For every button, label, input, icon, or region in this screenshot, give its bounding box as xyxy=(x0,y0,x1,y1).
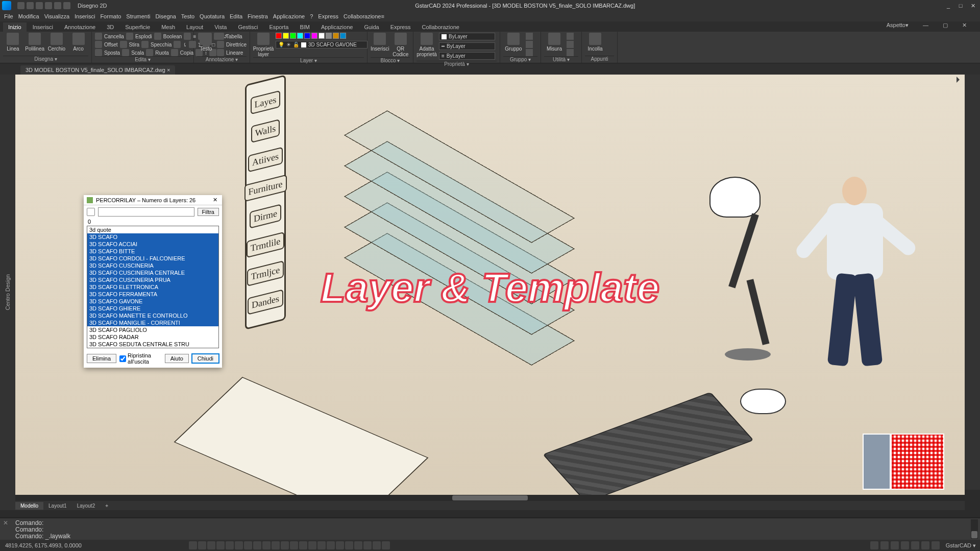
layer-state-icon[interactable] xyxy=(276,33,282,39)
filter-button[interactable]: Filtra xyxy=(198,208,219,216)
qat-undo-icon[interactable] xyxy=(54,2,61,9)
edita-scala[interactable]: Scala xyxy=(122,49,144,56)
group-sub3-icon[interactable] xyxy=(526,49,533,56)
layer-state-icon[interactable] xyxy=(297,33,303,39)
restore-on-exit-checkbox[interactable]: Ripristina all'uscita xyxy=(119,352,159,365)
menu-inserisci[interactable]: Inserisci xyxy=(75,13,95,19)
menu-strumenti[interactable]: Strumenti xyxy=(126,13,150,19)
menu-applicazione[interactable]: Applicazione xyxy=(273,13,305,19)
layer-list-item[interactable]: 3D SCAFO CUSCINERIA xyxy=(87,262,218,269)
status-right-icon[interactable] xyxy=(870,541,878,549)
layer-list-item[interactable]: 3D SCAFO SEDUTA PILOTA xyxy=(87,348,218,348)
status-toggle-icon[interactable] xyxy=(345,541,353,549)
view-tab-layout1[interactable]: Layout1 xyxy=(43,502,72,510)
util-sub1-icon[interactable] xyxy=(567,33,574,40)
panel-title-layer[interactable]: Layer ▾ xyxy=(253,57,364,63)
panel-title-disegna[interactable]: Disegna ▾ xyxy=(3,56,88,63)
status-toggle-icon[interactable] xyxy=(253,541,261,549)
status-right-icon[interactable] xyxy=(921,541,929,549)
right-palette-rail[interactable] xyxy=(965,75,980,490)
layer-state-icon[interactable] xyxy=(311,33,317,39)
menu-visualizza[interactable]: Visualizza xyxy=(44,13,69,19)
status-toggle-icon[interactable] xyxy=(189,541,197,549)
menu-quotatura[interactable]: Quotatura xyxy=(200,13,225,19)
status-right-icon[interactable] xyxy=(911,541,919,549)
layer-properties-button[interactable]: Proprietà layer xyxy=(253,33,274,57)
menu-collaborazione≡[interactable]: Collaborazione≡ xyxy=(344,13,384,19)
close-button[interactable]: ✕ xyxy=(968,2,978,9)
tab-esporta[interactable]: Esporta xyxy=(264,22,294,32)
ribbon-right-item[interactable]: Aspetto▾ xyxy=(881,20,914,30)
ribbon-right-item[interactable]: ✕ xyxy=(957,20,972,30)
layer-list-item[interactable]: 3D SCAFO RADAR xyxy=(87,333,218,341)
qat-new-icon[interactable] xyxy=(17,2,24,9)
tab-collaborazione[interactable]: Collaborazione xyxy=(416,22,464,32)
misura-button[interactable]: Misura xyxy=(544,33,565,52)
menu-?[interactable]: ? xyxy=(310,13,313,19)
panel-title-utilita[interactable]: Utilità ▾ xyxy=(544,56,578,63)
status-toggle-icon[interactable] xyxy=(327,541,335,549)
status-toggle-icon[interactable] xyxy=(336,541,344,549)
dialog-titlebar[interactable]: PERCORRILAY – Numero di Layers: 26 ✕ xyxy=(84,195,222,205)
layer-filter-input[interactable] xyxy=(98,207,194,217)
cursor-coordinates[interactable]: 4819.4225, 6175.4993, 0.0000 xyxy=(0,542,87,548)
layer-list[interactable]: 3d quote3D SCAFO3D SCAFO ACCIAI3D SCAFO … xyxy=(87,226,219,348)
status-toggle-icon[interactable] xyxy=(373,541,381,549)
edita-esplodi[interactable]: Esplodi xyxy=(126,33,152,40)
layer-list-item[interactable]: 3D SCAFO MANIGLIE - CORRENTI xyxy=(87,319,218,326)
layer-state-icon[interactable] xyxy=(283,33,289,39)
elimina-button[interactable]: Elimina xyxy=(87,354,116,363)
qr-button[interactable]: QR Codice xyxy=(391,33,410,57)
edita-stira[interactable]: Stira xyxy=(120,41,140,48)
lineare-button[interactable]: Lineare xyxy=(217,49,247,56)
status-right-icon[interactable] xyxy=(891,541,899,549)
status-toggle-icon[interactable] xyxy=(290,541,298,549)
util-sub3-icon[interactable] xyxy=(567,49,574,56)
edita-⤹[interactable]: ⤹ xyxy=(174,41,187,48)
qat-save-icon[interactable] xyxy=(36,2,43,9)
menu-edita[interactable]: Edita xyxy=(230,13,242,19)
group-sub2-icon[interactable] xyxy=(526,41,533,48)
edita-specchia[interactable]: Specchia xyxy=(141,41,172,48)
chiudi-button[interactable]: Chiudi xyxy=(192,354,219,363)
layer-list-item[interactable]: 3D SCAFO ACCIAI xyxy=(87,241,218,248)
edita-sposta[interactable]: Sposta xyxy=(95,49,120,56)
menu-finestra[interactable]: Finestra xyxy=(248,13,268,19)
status-toggle-icon[interactable] xyxy=(299,541,307,549)
panel-title-gruppo[interactable]: Gruppo ▾ xyxy=(503,56,537,63)
workspace-selector[interactable]: Disegno 2D xyxy=(78,3,107,9)
status-toggle-icon[interactable] xyxy=(235,541,243,549)
status-toggle-icon[interactable] xyxy=(382,541,390,549)
layer-list-item[interactable]: 3d quote xyxy=(87,226,218,233)
command-input-line[interactable]: Comando: _.laywalk xyxy=(15,533,977,539)
tab-inizio[interactable]: Inizio xyxy=(3,22,27,32)
util-sub2-icon[interactable] xyxy=(567,41,574,48)
layer-list-item[interactable]: 3D SCAFO ELETTRONICA xyxy=(87,283,218,291)
menu-testo[interactable]: Testo xyxy=(181,13,194,19)
left-palette-rail[interactable]: Centro Design xyxy=(0,75,15,510)
status-right-icon[interactable] xyxy=(880,541,889,549)
direttrice-button[interactable]: Direttrice xyxy=(217,41,247,48)
tab-guida[interactable]: Guida xyxy=(359,22,384,32)
document-tab[interactable]: 3D MODEL BOSTON V5_finale_SOLO IMBARCAZ.… xyxy=(20,65,175,75)
incolla-button[interactable]: Incolla xyxy=(585,33,605,52)
tab-applicazione[interactable]: Applicazione xyxy=(316,22,358,32)
status-toggle-icon[interactable] xyxy=(198,541,206,549)
layer-state-icon[interactable] xyxy=(333,33,339,39)
tab-express[interactable]: Express xyxy=(385,22,416,32)
status-toggle-icon[interactable] xyxy=(308,541,316,549)
status-toggle-icon[interactable] xyxy=(262,541,271,549)
minimize-button[interactable]: _ xyxy=(943,2,953,9)
command-close-icon[interactable]: ✕ xyxy=(3,519,11,528)
tab-mesh[interactable]: Mesh xyxy=(156,22,180,32)
lineweight-combo[interactable]: ━ByLayer xyxy=(439,42,495,50)
edita-offset[interactable]: Offset xyxy=(95,41,118,48)
layer-list-item[interactable]: 3D SCAFO PAGLIOLO xyxy=(87,326,218,333)
arco-button[interactable]: Arco xyxy=(68,33,88,52)
layer-state-icon[interactable] xyxy=(304,33,310,39)
layer-list-item[interactable]: 3D SCAFO FERRAMENTA xyxy=(87,291,218,298)
status-toggle-icon[interactable] xyxy=(363,541,372,549)
tab-bim[interactable]: BIM xyxy=(295,22,315,32)
layer-combo[interactable]: 💡 ☀ 🔓 3D SCAFO GAVONE xyxy=(276,41,368,49)
dialog-close-button[interactable]: ✕ xyxy=(211,197,219,203)
